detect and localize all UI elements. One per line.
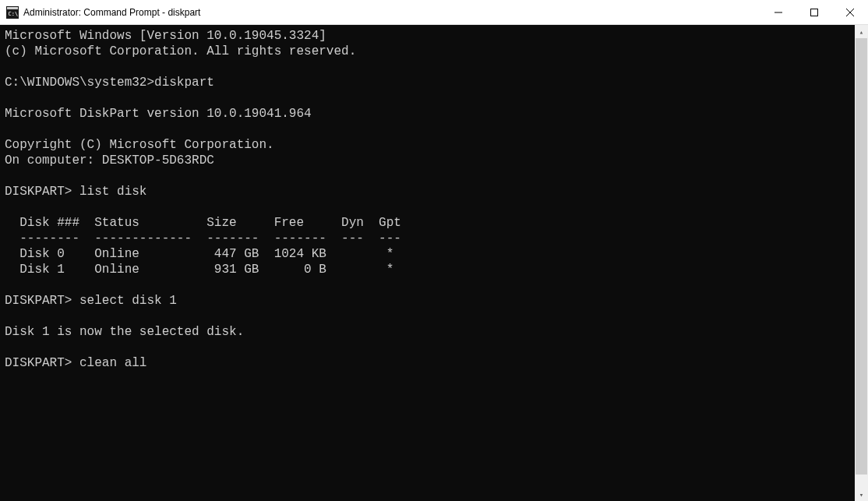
scroll-down-arrow-icon[interactable]: ▾ xyxy=(855,488,868,501)
cmd-icon: C:\ xyxy=(6,6,19,19)
vertical-scrollbar[interactable]: ▴ ▾ xyxy=(855,25,868,501)
scroll-up-arrow-icon[interactable]: ▴ xyxy=(855,25,868,38)
window-controls xyxy=(760,0,868,24)
close-button[interactable] xyxy=(832,0,868,25)
svg-text:C:\: C:\ xyxy=(9,11,19,17)
terminal-line: -------- ------------- ------- ------- -… xyxy=(5,231,401,245)
terminal-line: Disk 0 Online 447 GB 1024 KB * xyxy=(5,247,393,261)
terminal-line: Disk 1 is now the selected disk. xyxy=(5,325,244,339)
terminal-line: (c) Microsoft Corporation. All rights re… xyxy=(5,44,356,58)
minimize-button[interactable] xyxy=(760,0,796,25)
maximize-button[interactable] xyxy=(796,0,832,25)
terminal-line: DISKPART> select disk 1 xyxy=(5,294,177,308)
titlebar[interactable]: C:\ Administrator: Command Prompt - disk… xyxy=(0,0,868,25)
svg-rect-4 xyxy=(811,9,818,16)
content-area: Microsoft Windows [Version 10.0.19045.33… xyxy=(0,25,868,501)
terminal-output[interactable]: Microsoft Windows [Version 10.0.19045.33… xyxy=(0,25,855,501)
terminal-line: On computer: DESKTOP-5D63RDC xyxy=(5,153,214,168)
window-title: Administrator: Command Prompt - diskpart xyxy=(23,7,760,18)
terminal-line: Microsoft DiskPart version 10.0.19041.96… xyxy=(5,107,312,121)
terminal-line: Disk ### Status Size Free Dyn Gpt xyxy=(5,216,401,230)
terminal-line: C:\WINDOWS\system32>diskpart xyxy=(5,76,214,90)
terminal-line: Copyright (C) Microsoft Corporation. xyxy=(5,138,274,152)
scrollbar-thumb[interactable] xyxy=(856,38,867,475)
terminal-line: Disk 1 Online 931 GB 0 B * xyxy=(5,263,393,277)
svg-rect-1 xyxy=(7,7,18,9)
terminal-line: Microsoft Windows [Version 10.0.19045.33… xyxy=(5,29,326,43)
terminal-line: DISKPART> clean all xyxy=(5,356,146,370)
terminal-line: DISKPART> list disk xyxy=(5,185,146,199)
